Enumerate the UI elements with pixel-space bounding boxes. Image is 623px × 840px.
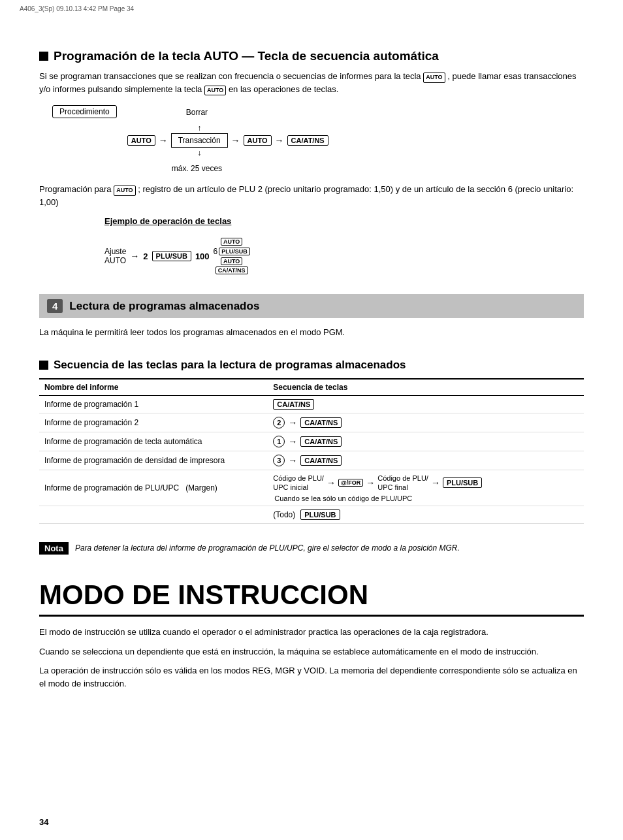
auto-title-text: Programación de la tecla AUTO — Tecla de…	[54, 49, 439, 63]
key-stack: AUTO 6 PLU/SUB AUTO CA/AT/NS	[214, 238, 250, 274]
prog-note: Programación para AUTO ; registro de un …	[39, 183, 584, 208]
secuencia-table: Nombre del informe Secuencia de teclas I…	[39, 378, 584, 525]
circle-2: 2	[273, 417, 285, 428]
at-for-key: @/FOR	[338, 479, 363, 487]
arrow3: →	[275, 135, 284, 146]
row5-arrow2: →	[366, 477, 375, 488]
circle-1: 1	[273, 436, 285, 447]
ajuste-auto-text: AUTO	[104, 256, 126, 265]
todo-label: (Todo)	[273, 510, 295, 519]
main-flow: AUTO → ↑ Transacción ↓ → AUTO → CA/AT/NS	[127, 123, 328, 157]
table-header-row: Nombre del informe Secuencia de teclas	[39, 379, 584, 396]
page-number: 34	[39, 817, 48, 827]
black-square-icon	[39, 52, 48, 61]
black-square-icon2	[39, 361, 48, 370]
arrow2: →	[231, 135, 240, 146]
ajuste-arrow: →	[130, 251, 139, 261]
auto-key-stack1: AUTO	[221, 238, 242, 246]
plu-sub-row5: PLU/SUB	[443, 477, 482, 488]
auto-key-stack2: AUTO	[221, 257, 242, 265]
row5-margen: (Margen)	[185, 483, 217, 493]
modo-body1: El modo de instrucción se utiliza cuando…	[39, 626, 584, 639]
note-label: Nota	[39, 542, 69, 555]
row3-arrow: →	[288, 436, 297, 447]
arrow1: →	[159, 135, 168, 146]
row3-key: CA/AT/NS	[300, 436, 342, 447]
transaccion-box: Transacción	[171, 133, 228, 148]
row1-seq: CA/AT/NS	[268, 395, 584, 413]
row1-key: CA/AT/NS	[273, 399, 314, 410]
col-nombre-header: Nombre del informe	[39, 379, 268, 396]
row5-nombre-text: Informe de programación de PLU/UPC	[44, 483, 179, 493]
row2-arrow: →	[288, 417, 297, 428]
table-row: Informe de programación de densidad de i…	[39, 451, 584, 470]
table-row: Informe de programación 2 2 → CA/AT/NS	[39, 413, 584, 432]
row5-arrow1: →	[327, 477, 336, 488]
circle-3: 3	[273, 455, 285, 466]
row1-nombre: Informe de programación 1	[39, 395, 268, 413]
row4-key: CA/AT/NS	[300, 455, 342, 466]
single-note: Cuando se lea sólo un código de PLU/UPC	[274, 494, 579, 502]
table-row: (Todo) PLU/SUB	[39, 506, 584, 524]
num-6: 6	[214, 247, 218, 256]
header-text: A406_3(Sp) 09.10.13 4:42 PM Page 34	[20, 5, 134, 12]
secuencia-title: Secuencia de las teclas para la lectura …	[54, 359, 406, 372]
auto-key-inline1: AUTO	[423, 73, 445, 83]
max-label: máx. 25 veces	[172, 164, 222, 173]
secuencia-title-row: Secuencia de las teclas para la lectura …	[39, 359, 584, 372]
key-example-diagram: Ajuste AUTO → 2 PLU/SUB 100 AUTO 6 PLU/S…	[104, 231, 584, 274]
ajuste-label-group: Ajuste AUTO	[104, 247, 126, 265]
ca-at-ns-stack: CA/AT/NS	[216, 267, 248, 274]
flow-diagram: Procedimiento Borrar AUTO → ↑ Transacció…	[39, 105, 584, 173]
row6-nombre	[39, 506, 268, 524]
row2-seq: 2 → CA/AT/NS	[268, 413, 584, 432]
num-2: 2	[143, 251, 148, 261]
modo-body2: Cuando se selecciona un dependiente que …	[39, 645, 584, 658]
ca-at-ns-key1: CA/AT/NS	[287, 135, 328, 146]
auto-key-prog: AUTO	[114, 186, 135, 196]
bottom-arrow: ↓	[197, 148, 201, 157]
table-row: Informe de programación de tecla automát…	[39, 432, 584, 451]
auto-key-inline2: AUTO	[204, 86, 226, 96]
codigo-inicial-label: Código de PLU/UPC inicial	[273, 474, 324, 493]
section4-title: Lectura de programas almacenados	[69, 300, 259, 313]
note-box: Nota Para detener la lectura del informe…	[39, 537, 584, 560]
col-secuencia-header: Secuencia de teclas	[268, 379, 584, 396]
auto-key1: AUTO	[127, 135, 155, 146]
row4-seq: 3 → CA/AT/NS	[268, 451, 584, 470]
example-heading: Ejemplo de operación de teclas	[104, 216, 584, 226]
plu-sub-key-stack: PLU/SUB	[219, 248, 250, 255]
procedure-label: Procedimiento	[52, 105, 117, 118]
row6-seq: (Todo) PLU/SUB	[268, 506, 584, 524]
note-text: Para detener la lectura del informe de p…	[75, 542, 460, 554]
row5-seq: Código de PLU/UPC inicial → @/FOR → Códi…	[268, 470, 584, 506]
auto-body-text: Si se programan transacciones que se rea…	[39, 70, 584, 95]
section4-bar: 4 Lectura de programas almacenados	[39, 294, 584, 318]
table-row: Informe de programación 1 CA/AT/NS	[39, 395, 584, 413]
row2-nombre: Informe de programación 2	[39, 413, 268, 432]
table-row: Informe de programación de PLU/UPC (Marg…	[39, 470, 584, 506]
modo-heading: MODO DE INSTRUCCION	[39, 579, 584, 617]
borrar-label: Borrar	[186, 108, 208, 117]
row5-arrow3: →	[431, 477, 440, 488]
section4-body: La máquina le permitirá leer todos los p…	[39, 326, 584, 339]
num-100: 100	[195, 251, 210, 261]
section4-num: 4	[47, 299, 63, 313]
plu-sub-todo: PLU/SUB	[300, 509, 340, 520]
row4-nombre: Informe de programación de densidad de i…	[39, 451, 268, 470]
row3-nombre: Informe de programación de tecla automát…	[39, 432, 268, 451]
row5-nombre: Informe de programación de PLU/UPC (Marg…	[39, 470, 268, 506]
row4-arrow: →	[288, 455, 297, 466]
row3-seq: 1 → CA/AT/NS	[268, 432, 584, 451]
plu-sub-key1: PLU/SUB	[152, 251, 191, 261]
auto-body1-end: en las operaciones de teclas.	[229, 84, 338, 94]
top-arrow: ↑	[197, 123, 201, 133]
modo-body3: La operación de instrucción sólo es váli…	[39, 664, 584, 690]
codigo-final-label: Código de PLU/UPC final	[377, 474, 428, 493]
auto-body1: Si se programan transacciones que se rea…	[39, 71, 421, 81]
transaccion-wrapper: ↑ Transacción ↓	[171, 123, 228, 157]
row2-key: CA/AT/NS	[300, 417, 342, 428]
auto-key2: AUTO	[244, 135, 272, 146]
auto-section-title: Programación de la tecla AUTO — Tecla de…	[39, 49, 584, 63]
prog-note-text: Programación para	[39, 184, 112, 194]
